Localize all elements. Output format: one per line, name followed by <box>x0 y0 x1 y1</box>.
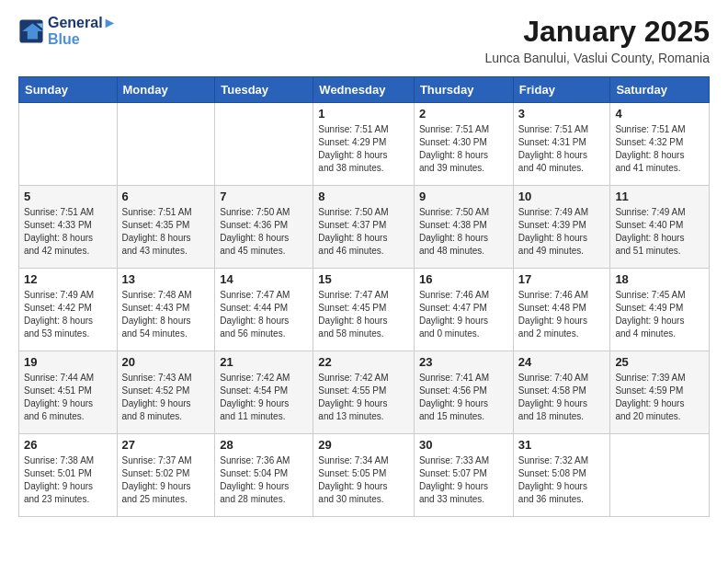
day-number: 3 <box>518 107 606 121</box>
day-number: 4 <box>615 107 704 121</box>
location-subtitle: Lunca Banului, Vaslui County, Romania <box>484 51 710 65</box>
day-number: 16 <box>419 272 508 286</box>
calendar-cell: 22Sunrise: 7:42 AM Sunset: 4:55 PM Dayli… <box>313 351 415 434</box>
calendar-week-row: 12Sunrise: 7:49 AM Sunset: 4:42 PM Dayli… <box>19 269 710 351</box>
weekday-header-row: SundayMondayTuesdayWednesdayThursdayFrid… <box>19 77 710 103</box>
day-info: Sunrise: 7:40 AM Sunset: 4:58 PM Dayligh… <box>518 372 606 423</box>
title-block: January 2025 Lunca Banului, Vaslui Count… <box>484 15 710 65</box>
calendar-cell: 9Sunrise: 7:50 AM Sunset: 4:38 PM Daylig… <box>414 186 513 269</box>
day-info: Sunrise: 7:49 AM Sunset: 4:39 PM Dayligh… <box>518 206 606 258</box>
calendar-cell: 20Sunrise: 7:43 AM Sunset: 4:52 PM Dayli… <box>117 351 215 434</box>
day-number: 29 <box>318 438 409 452</box>
calendar-week-row: 19Sunrise: 7:44 AM Sunset: 4:51 PM Dayli… <box>19 351 710 434</box>
weekday-header-monday: Monday <box>117 77 215 103</box>
day-number: 19 <box>24 355 112 369</box>
calendar-cell <box>117 103 215 186</box>
day-info: Sunrise: 7:51 AM Sunset: 4:32 PM Dayligh… <box>615 123 704 175</box>
day-info: Sunrise: 7:41 AM Sunset: 4:56 PM Dayligh… <box>419 372 508 423</box>
day-number: 13 <box>122 272 210 286</box>
calendar-cell: 11Sunrise: 7:49 AM Sunset: 4:40 PM Dayli… <box>610 186 710 269</box>
calendar-cell: 28Sunrise: 7:36 AM Sunset: 5:04 PM Dayli… <box>215 434 313 517</box>
calendar-cell: 2Sunrise: 7:51 AM Sunset: 4:30 PM Daylig… <box>414 103 513 186</box>
day-number: 10 <box>518 190 606 203</box>
day-info: Sunrise: 7:47 AM Sunset: 4:44 PM Dayligh… <box>220 289 308 340</box>
day-number: 23 <box>419 355 508 369</box>
calendar-cell: 10Sunrise: 7:49 AM Sunset: 4:39 PM Dayli… <box>513 186 610 269</box>
calendar-cell: 30Sunrise: 7:33 AM Sunset: 5:07 PM Dayli… <box>414 434 513 517</box>
day-info: Sunrise: 7:48 AM Sunset: 4:43 PM Dayligh… <box>122 289 210 340</box>
day-number: 22 <box>318 355 409 369</box>
calendar-week-row: 1Sunrise: 7:51 AM Sunset: 4:29 PM Daylig… <box>19 103 710 186</box>
logo: General► Blue <box>18 15 117 48</box>
calendar-cell: 27Sunrise: 7:37 AM Sunset: 5:02 PM Dayli… <box>117 434 215 517</box>
day-number: 5 <box>24 190 112 203</box>
calendar-cell: 21Sunrise: 7:42 AM Sunset: 4:54 PM Dayli… <box>215 351 313 434</box>
day-number: 25 <box>615 355 704 369</box>
calendar-week-row: 5Sunrise: 7:51 AM Sunset: 4:33 PM Daylig… <box>19 186 710 269</box>
logo-text: General► Blue <box>48 15 117 48</box>
day-number: 30 <box>419 438 508 452</box>
day-info: Sunrise: 7:43 AM Sunset: 4:52 PM Dayligh… <box>122 372 210 423</box>
day-info: Sunrise: 7:50 AM Sunset: 4:37 PM Dayligh… <box>318 206 409 258</box>
day-info: Sunrise: 7:44 AM Sunset: 4:51 PM Dayligh… <box>24 372 112 423</box>
calendar-cell: 14Sunrise: 7:47 AM Sunset: 4:44 PM Dayli… <box>215 269 313 351</box>
day-info: Sunrise: 7:45 AM Sunset: 4:49 PM Dayligh… <box>615 289 704 340</box>
weekday-header-tuesday: Tuesday <box>215 77 313 103</box>
day-number: 26 <box>24 438 112 452</box>
day-number: 1 <box>318 107 409 121</box>
day-info: Sunrise: 7:42 AM Sunset: 4:55 PM Dayligh… <box>318 372 409 423</box>
calendar-cell: 8Sunrise: 7:50 AM Sunset: 4:37 PM Daylig… <box>313 186 415 269</box>
day-info: Sunrise: 7:37 AM Sunset: 5:02 PM Dayligh… <box>122 454 210 506</box>
calendar-cell: 12Sunrise: 7:49 AM Sunset: 4:42 PM Dayli… <box>19 269 118 351</box>
calendar-cell: 15Sunrise: 7:47 AM Sunset: 4:45 PM Dayli… <box>313 269 415 351</box>
day-number: 6 <box>122 190 210 203</box>
day-number: 11 <box>615 190 704 203</box>
weekday-header-friday: Friday <box>513 77 610 103</box>
day-number: 24 <box>518 355 606 369</box>
day-number: 12 <box>24 272 112 286</box>
day-number: 28 <box>220 438 308 452</box>
calendar-cell: 23Sunrise: 7:41 AM Sunset: 4:56 PM Dayli… <box>414 351 513 434</box>
day-number: 8 <box>318 190 409 203</box>
logo-icon <box>18 18 44 44</box>
day-number: 15 <box>318 272 409 286</box>
day-info: Sunrise: 7:50 AM Sunset: 4:36 PM Dayligh… <box>220 206 308 258</box>
weekday-header-wednesday: Wednesday <box>313 77 415 103</box>
weekday-header-sunday: Sunday <box>19 77 118 103</box>
calendar-cell: 3Sunrise: 7:51 AM Sunset: 4:31 PM Daylig… <box>513 103 610 186</box>
calendar-cell: 17Sunrise: 7:46 AM Sunset: 4:48 PM Dayli… <box>513 269 610 351</box>
day-info: Sunrise: 7:46 AM Sunset: 4:48 PM Dayligh… <box>518 289 606 340</box>
day-info: Sunrise: 7:38 AM Sunset: 5:01 PM Dayligh… <box>24 454 112 506</box>
day-info: Sunrise: 7:51 AM Sunset: 4:30 PM Dayligh… <box>419 123 508 175</box>
weekday-header-thursday: Thursday <box>414 77 513 103</box>
day-info: Sunrise: 7:32 AM Sunset: 5:08 PM Dayligh… <box>518 454 606 506</box>
calendar-week-row: 26Sunrise: 7:38 AM Sunset: 5:01 PM Dayli… <box>19 434 710 517</box>
calendar-cell: 7Sunrise: 7:50 AM Sunset: 4:36 PM Daylig… <box>215 186 313 269</box>
calendar-cell: 6Sunrise: 7:51 AM Sunset: 4:35 PM Daylig… <box>117 186 215 269</box>
day-info: Sunrise: 7:34 AM Sunset: 5:05 PM Dayligh… <box>318 454 409 506</box>
calendar-cell: 24Sunrise: 7:40 AM Sunset: 4:58 PM Dayli… <box>513 351 610 434</box>
calendar-cell <box>19 103 118 186</box>
day-info: Sunrise: 7:51 AM Sunset: 4:35 PM Dayligh… <box>122 206 210 258</box>
calendar-cell: 19Sunrise: 7:44 AM Sunset: 4:51 PM Dayli… <box>19 351 118 434</box>
day-number: 9 <box>419 190 508 203</box>
month-title: January 2025 <box>484 15 710 49</box>
calendar-cell: 16Sunrise: 7:46 AM Sunset: 4:47 PM Dayli… <box>414 269 513 351</box>
calendar-cell: 13Sunrise: 7:48 AM Sunset: 4:43 PM Dayli… <box>117 269 215 351</box>
day-info: Sunrise: 7:51 AM Sunset: 4:29 PM Dayligh… <box>318 123 409 175</box>
calendar-cell: 1Sunrise: 7:51 AM Sunset: 4:29 PM Daylig… <box>313 103 415 186</box>
day-number: 21 <box>220 355 308 369</box>
weekday-header-saturday: Saturday <box>610 77 710 103</box>
calendar-cell: 26Sunrise: 7:38 AM Sunset: 5:01 PM Dayli… <box>19 434 118 517</box>
calendar-cell: 31Sunrise: 7:32 AM Sunset: 5:08 PM Dayli… <box>513 434 610 517</box>
day-info: Sunrise: 7:33 AM Sunset: 5:07 PM Dayligh… <box>419 454 508 506</box>
calendar-table: SundayMondayTuesdayWednesdayThursdayFrid… <box>18 76 710 517</box>
day-info: Sunrise: 7:39 AM Sunset: 4:59 PM Dayligh… <box>615 372 704 423</box>
day-info: Sunrise: 7:49 AM Sunset: 4:40 PM Dayligh… <box>615 206 704 258</box>
day-number: 31 <box>518 438 606 452</box>
day-info: Sunrise: 7:50 AM Sunset: 4:38 PM Dayligh… <box>419 206 508 258</box>
day-info: Sunrise: 7:36 AM Sunset: 5:04 PM Dayligh… <box>220 454 308 506</box>
day-info: Sunrise: 7:49 AM Sunset: 4:42 PM Dayligh… <box>24 289 112 340</box>
day-number: 18 <box>615 272 704 286</box>
day-number: 14 <box>220 272 308 286</box>
